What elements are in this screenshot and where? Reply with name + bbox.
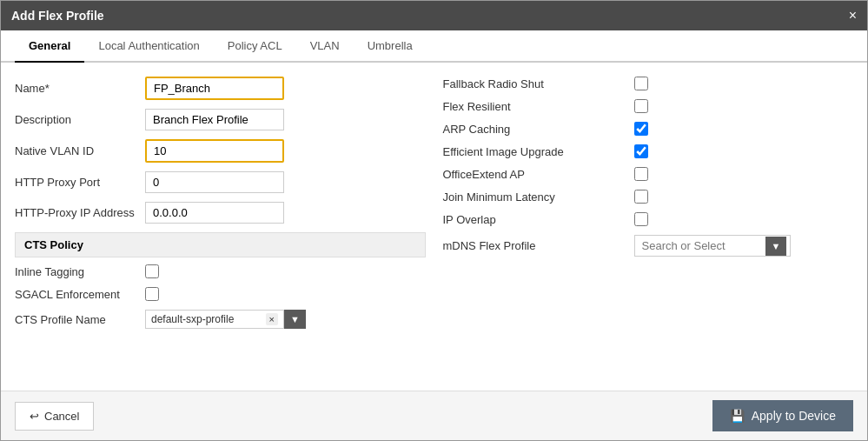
tab-policy-acl[interactable]: Policy ACL <box>214 30 296 63</box>
description-label: Description <box>15 113 145 126</box>
apply-icon: 💾 <box>730 409 745 423</box>
fallback-radio-checkbox[interactable] <box>634 77 648 90</box>
cancel-label: Cancel <box>44 410 79 423</box>
mdns-label: mDNS Flex Profile <box>443 239 634 252</box>
name-label: Name* <box>15 82 145 95</box>
join-min-latency-row: Join Minimum Latency <box>443 190 854 204</box>
inline-tagging-label: Inline Tagging <box>15 265 145 278</box>
officeextend-row: OfficeExtend AP <box>443 167 854 181</box>
cts-profile-dropdown-container: default-sxp-profile × ▼ <box>145 310 306 329</box>
http-proxy-ip-row: HTTP-Proxy IP Address <box>15 202 426 224</box>
flex-resilient-label: Flex Resilient <box>443 100 634 113</box>
tab-umbrella[interactable]: Umbrella <box>354 30 427 63</box>
native-vlan-input[interactable] <box>145 139 284 163</box>
join-min-latency-checkbox[interactable] <box>634 190 648 204</box>
tab-bar: General Local Authentication Policy ACL … <box>1 30 867 63</box>
mdns-row: mDNS Flex Profile ▼ <box>443 235 854 257</box>
arp-caching-row: ARP Caching <box>443 122 854 136</box>
mdns-dropdown-arrow[interactable]: ▼ <box>765 237 787 256</box>
modal-footer: ↩ Cancel 💾 Apply to Device <box>1 391 867 440</box>
add-flex-profile-modal: Add Flex Profile × General Local Authent… <box>0 0 868 441</box>
efficient-image-checkbox[interactable] <box>634 144 648 158</box>
cancel-button[interactable]: ↩ Cancel <box>15 402 94 431</box>
inline-tagging-checkbox[interactable] <box>145 264 159 278</box>
cts-profile-value: default-sxp-profile <box>151 313 234 325</box>
fallback-radio-label: Fallback Radio Shut <box>443 77 634 90</box>
flex-resilient-row: Flex Resilient <box>443 99 854 113</box>
description-row: Description <box>15 109 426 130</box>
mdns-search-container: ▼ <box>634 235 791 257</box>
modal-close-button[interactable]: × <box>849 8 857 23</box>
efficient-image-label: Efficient Image Upgrade <box>443 145 634 158</box>
modal-title: Add Flex Profile <box>11 9 104 23</box>
name-input[interactable] <box>145 77 284 100</box>
ip-overlap-label: IP Overlap <box>443 213 634 226</box>
arp-caching-label: ARP Caching <box>443 123 634 136</box>
left-column: Name* Description Native VLAN ID HTTP Pr… <box>15 77 426 377</box>
officeextend-label: OfficeExtend AP <box>443 168 634 181</box>
apply-label: Apply to Device <box>752 409 836 423</box>
cancel-icon: ↩ <box>30 410 39 423</box>
mdns-search-input[interactable] <box>635 236 765 256</box>
name-row: Name* <box>15 77 426 100</box>
sgacl-row: SGACL Enforcement <box>15 287 426 301</box>
officeextend-checkbox[interactable] <box>634 167 648 181</box>
apply-to-device-button[interactable]: 💾 Apply to Device <box>712 400 853 431</box>
description-input[interactable] <box>145 109 284 130</box>
cts-profile-label: CTS Profile Name <box>15 313 145 326</box>
join-min-latency-label: Join Minimum Latency <box>443 190 634 204</box>
tab-local-authentication[interactable]: Local Authentication <box>84 30 213 63</box>
http-proxy-ip-label: HTTP-Proxy IP Address <box>15 206 145 219</box>
http-proxy-port-input[interactable] <box>145 171 284 193</box>
cts-policy-header: CTS Policy <box>15 232 426 257</box>
http-proxy-ip-input[interactable] <box>145 202 284 224</box>
cts-profile-row: CTS Profile Name default-sxp-profile × ▼ <box>15 310 426 329</box>
native-vlan-row: Native VLAN ID <box>15 139 426 163</box>
tab-general[interactable]: General <box>15 30 84 63</box>
sgacl-checkbox[interactable] <box>145 287 159 301</box>
tab-vlan[interactable]: VLAN <box>296 30 354 63</box>
fallback-radio-row: Fallback Radio Shut <box>443 77 854 90</box>
inline-tagging-row: Inline Tagging <box>15 264 426 278</box>
cts-profile-dropdown-arrow[interactable]: ▼ <box>284 310 306 329</box>
efficient-image-row: Efficient Image Upgrade <box>443 144 854 158</box>
native-vlan-label: Native VLAN ID <box>15 144 145 157</box>
cts-profile-clear[interactable]: × <box>266 313 278 325</box>
arp-caching-checkbox[interactable] <box>634 122 648 136</box>
sgacl-label: SGACL Enforcement <box>15 288 145 301</box>
right-column: Fallback Radio Shut Flex Resilient ARP C… <box>443 77 854 377</box>
ip-overlap-checkbox[interactable] <box>634 212 648 226</box>
modal-header: Add Flex Profile × <box>1 1 867 30</box>
ip-overlap-row: IP Overlap <box>443 212 854 226</box>
http-proxy-port-row: HTTP Proxy Port <box>15 171 426 193</box>
modal-body: Name* Description Native VLAN ID HTTP Pr… <box>1 63 867 391</box>
http-proxy-port-label: HTTP Proxy Port <box>15 176 145 189</box>
flex-resilient-checkbox[interactable] <box>634 99 648 113</box>
cts-profile-wrapper: default-sxp-profile × <box>145 310 284 329</box>
